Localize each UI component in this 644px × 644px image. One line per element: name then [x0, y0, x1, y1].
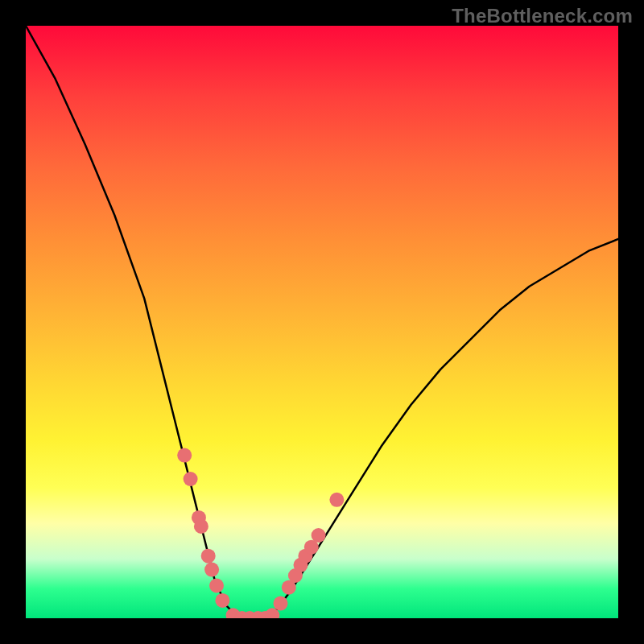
plot-area: [26, 26, 618, 618]
marker-dot: [177, 448, 192, 463]
marker-dot: [194, 519, 208, 534]
watermark-text: TheBottleneck.com: [452, 5, 633, 27]
marker-dot: [201, 549, 216, 564]
chart-frame: TheBottleneck.com: [0, 0, 644, 644]
marker-dot: [184, 472, 198, 486]
marker-dot: [312, 528, 326, 543]
curve-layer: [26, 26, 618, 618]
marker-dot: [204, 563, 219, 577]
marker-dot: [215, 593, 229, 608]
marker-dot: [209, 579, 224, 593]
marker-dot: [274, 597, 288, 611]
highlight-dots: [177, 448, 344, 618]
marker-dot: [329, 493, 344, 507]
